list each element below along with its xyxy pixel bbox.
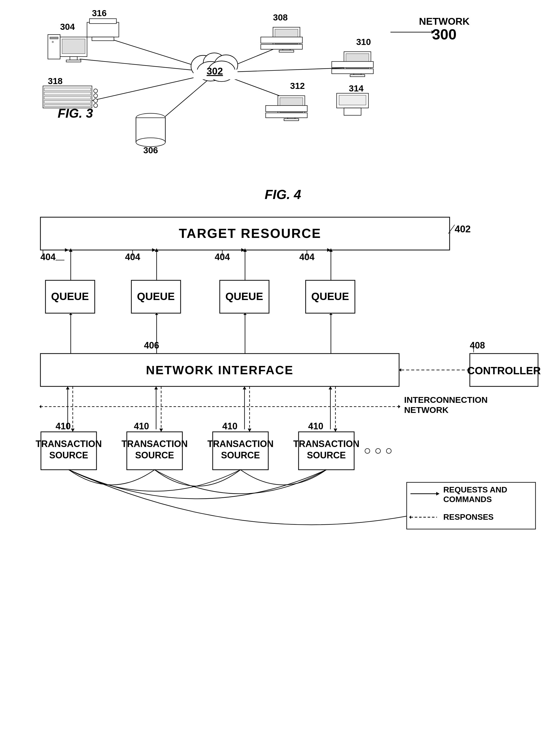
svg-rect-51 — [346, 54, 369, 68]
svg-marker-102 — [327, 248, 331, 252]
svg-text:410: 410 — [222, 421, 238, 431]
svg-text:TRANSACTION: TRANSACTION — [36, 439, 102, 449]
svg-rect-14 — [60, 37, 87, 57]
svg-rect-103 — [45, 280, 95, 313]
svg-point-11 — [208, 61, 235, 82]
svg-point-32 — [94, 89, 98, 93]
svg-text:QUEUE: QUEUE — [311, 290, 349, 302]
svg-text:QUEUE: QUEUE — [225, 290, 263, 302]
svg-rect-73 — [40, 217, 449, 250]
svg-text:306: 306 — [143, 145, 158, 155]
svg-rect-50 — [344, 52, 371, 71]
svg-marker-116 — [243, 313, 247, 315]
svg-rect-26 — [43, 86, 92, 108]
svg-text:308: 308 — [273, 12, 288, 22]
svg-text:300: 300 — [432, 26, 457, 42]
svg-rect-64 — [337, 93, 369, 108]
fig4-section: FIG. 4 TARGET RESOURCE 402 — [20, 187, 546, 740]
svg-rect-61 — [266, 105, 307, 111]
svg-text:FIG. 3: FIG. 3 — [58, 106, 93, 121]
svg-point-37 — [136, 114, 165, 122]
svg-marker-144 — [159, 428, 163, 432]
svg-rect-66 — [344, 108, 361, 116]
svg-marker-94 — [152, 248, 156, 252]
svg-text:404: 404 — [40, 252, 56, 262]
svg-rect-159 — [213, 432, 268, 470]
svg-line-2 — [92, 72, 217, 100]
svg-rect-153 — [41, 432, 96, 470]
svg-rect-30 — [44, 100, 91, 103]
svg-marker-81 — [155, 248, 158, 252]
svg-text:NETWORK: NETWORK — [404, 405, 448, 415]
svg-point-7 — [191, 55, 215, 77]
svg-text:312: 312 — [290, 81, 305, 91]
svg-rect-46 — [279, 50, 294, 52]
svg-rect-120 — [40, 354, 399, 386]
svg-rect-17 — [66, 60, 81, 62]
svg-rect-48 — [261, 44, 302, 49]
svg-text:NETWORK: NETWORK — [419, 16, 470, 27]
svg-rect-52 — [354, 71, 361, 75]
svg-line-77 — [448, 225, 455, 234]
fig4-diagram: TARGET RESOURCE 402 404 — [20, 209, 546, 740]
svg-text:302: 302 — [207, 66, 223, 76]
svg-line-6 — [217, 72, 292, 100]
svg-point-34 — [94, 99, 98, 103]
svg-rect-54 — [332, 61, 373, 67]
svg-text:404: 404 — [299, 252, 314, 262]
svg-text:316: 316 — [92, 10, 106, 18]
svg-rect-62 — [266, 113, 307, 118]
svg-marker-173 — [409, 515, 411, 519]
svg-text:410: 410 — [56, 421, 71, 431]
svg-marker-166 — [422, 511, 426, 515]
svg-rect-156 — [127, 432, 182, 470]
svg-text:INTERCONNECTION: INTERCONNECTION — [404, 395, 488, 404]
svg-marker-90 — [65, 248, 69, 252]
svg-text:SOURCE: SOURCE — [221, 450, 260, 460]
svg-point-39 — [136, 138, 165, 147]
svg-text:402: 402 — [455, 224, 471, 234]
svg-marker-150 — [329, 386, 332, 389]
svg-rect-31 — [44, 104, 91, 106]
svg-text:REQUESTS AND: REQUESTS AND — [443, 485, 507, 494]
svg-rect-107 — [220, 280, 269, 313]
svg-text:RESPONSES: RESPONSES — [443, 512, 494, 521]
svg-point-9 — [214, 55, 238, 75]
svg-text:404: 404 — [125, 252, 140, 262]
svg-text:SOURCE: SOURCE — [49, 450, 88, 460]
svg-marker-138 — [66, 386, 69, 389]
svg-point-8 — [203, 53, 225, 73]
svg-line-0 — [80, 59, 217, 72]
svg-rect-167 — [407, 482, 535, 529]
svg-marker-129 — [39, 405, 41, 408]
svg-rect-44 — [275, 29, 298, 44]
svg-rect-122 — [470, 354, 538, 386]
svg-rect-57 — [278, 96, 305, 116]
svg-rect-43 — [273, 27, 300, 47]
svg-rect-29 — [44, 96, 91, 99]
svg-rect-60 — [284, 119, 299, 121]
svg-text:404: 404 — [215, 252, 230, 262]
svg-rect-15 — [62, 39, 85, 54]
svg-point-33 — [94, 94, 98, 98]
svg-text:TRANSACTION: TRANSACTION — [293, 439, 360, 449]
svg-text:SOURCE: SOURCE — [135, 450, 174, 460]
svg-text:310: 310 — [356, 37, 371, 47]
svg-text:304: 304 — [60, 22, 75, 32]
svg-marker-83 — [243, 248, 247, 252]
svg-text:NETWORK INTERFACE: NETWORK INTERFACE — [146, 363, 293, 377]
svg-marker-148 — [248, 428, 251, 432]
svg-text:314: 314 — [349, 83, 364, 93]
svg-point-10 — [197, 61, 224, 81]
svg-rect-28 — [44, 92, 91, 95]
svg-text:406: 406 — [144, 340, 159, 351]
svg-rect-18 — [48, 35, 60, 59]
svg-rect-23 — [89, 19, 117, 24]
svg-point-35 — [94, 103, 98, 107]
svg-rect-162 — [299, 432, 354, 470]
svg-rect-53 — [350, 75, 365, 77]
svg-line-3 — [158, 72, 217, 123]
svg-rect-58 — [280, 98, 303, 112]
svg-marker-146 — [243, 386, 246, 389]
svg-rect-109 — [306, 280, 355, 313]
